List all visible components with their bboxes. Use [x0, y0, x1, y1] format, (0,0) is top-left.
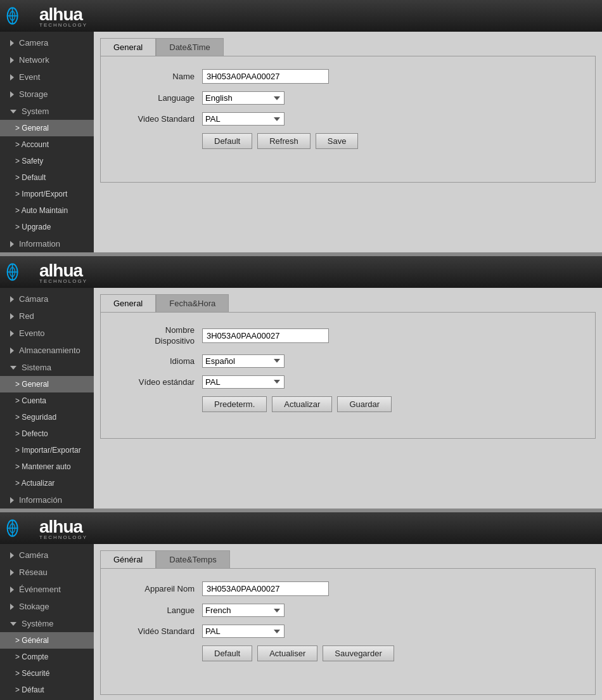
btn-sauvegarder-3[interactable]: Sauvegarder: [323, 645, 394, 661]
sidebar-item-mantenerauto-2[interactable]: > Mantener auto: [0, 458, 94, 475]
sidebar-item-safety-1[interactable]: > Safety: [0, 153, 94, 169]
sidebar-item-informacion-2[interactable]: Información: [0, 491, 94, 509]
sidebar-item-almacenamiento-2[interactable]: Almacenamiento: [0, 342, 94, 359]
sidebar-item-system-1[interactable]: System: [0, 103, 94, 120]
btn-group-3: Default Actualiser Sauvegarder: [202, 645, 582, 661]
logo-3: alhua TECHNOLOGY: [6, 516, 87, 540]
btn-save-1[interactable]: Save: [316, 133, 359, 149]
sidebar-item-seguridad-2[interactable]: > Seguridad: [0, 409, 94, 425]
form-area-1: Name Language English Spanish French Vid…: [100, 56, 596, 183]
select-language-1[interactable]: English Spanish French: [202, 91, 285, 105]
logo-text-2: alhua: [39, 261, 82, 280]
tab-general-3[interactable]: Général: [100, 550, 156, 568]
select-idioma-2[interactable]: Español English French: [202, 354, 285, 368]
btn-default-1[interactable]: Default: [202, 133, 252, 149]
form-row-language-1: Language English Spanish French: [113, 91, 582, 105]
input-nombre-2[interactable]: [202, 328, 329, 343]
input-name-1[interactable]: [202, 69, 329, 84]
triangle-right-icon: [10, 330, 14, 337]
sidebar-item-camera-3[interactable]: Caméra: [0, 547, 94, 564]
btn-predeterm-2[interactable]: Predeterm.: [202, 396, 267, 412]
label-videostandard-3: Vidéo Standard: [113, 626, 202, 636]
triangle-right-icon: [10, 347, 14, 354]
sidebar-item-camara-2[interactable]: Cámara: [0, 290, 94, 308]
sidebar-item-storage-1[interactable]: Storage: [0, 86, 94, 103]
triangle-right-icon: [10, 552, 14, 559]
btn-refresh-1[interactable]: Refresh: [257, 133, 311, 149]
form-row-videostandard-2: Vídeo estándar PAL NTSC: [113, 375, 582, 389]
btn-group-2: Predeterm. Actualizar Guardar: [202, 396, 582, 412]
sidebar-item-red-2[interactable]: Red: [0, 308, 94, 325]
sidebar-item-reseau-3[interactable]: Réseau: [0, 564, 94, 581]
sidebar-item-evenement-3[interactable]: Événement: [0, 581, 94, 598]
form-row-langue-3: Langue French English Spanish: [113, 604, 582, 617]
tab-fechahora-2[interactable]: Fecha&Hora: [156, 294, 229, 312]
tab-bar-3: Général Date&Temps: [100, 550, 596, 568]
sidebar-item-default-1[interactable]: > Default: [0, 169, 94, 186]
triangle-right-icon: [10, 91, 14, 98]
label-language-1: Language: [113, 93, 202, 103]
sidebar-item-securite-3[interactable]: > Sécurité: [0, 665, 94, 682]
sidebar-item-general-3[interactable]: > Général: [0, 632, 94, 649]
main-content-1: General Date&Time Name Language English …: [94, 32, 602, 252]
sidebar-item-evento-2[interactable]: Evento: [0, 325, 94, 342]
label-videostandard-2: Vídeo estándar: [113, 377, 202, 387]
sidebar-item-upgrade-1[interactable]: > Upgrade: [0, 219, 94, 235]
sidebar-item-account-1[interactable]: > Account: [0, 136, 94, 153]
sidebar-item-network-1[interactable]: Network: [0, 51, 94, 68]
label-nombre-2: NombreDispositivo: [113, 325, 202, 347]
sidebar-item-actualizar-2[interactable]: > Actualizar: [0, 475, 94, 491]
sidebar-item-systeme-3[interactable]: Système: [0, 615, 94, 632]
triangle-right-icon: [10, 587, 14, 593]
main-content-2: General Fecha&Hora NombreDispositivo Idi…: [94, 288, 602, 509]
label-videostandard-1: Video Standard: [113, 114, 202, 124]
sidebar-item-compte-3[interactable]: > Compte: [0, 649, 94, 665]
tab-general-1[interactable]: General: [100, 38, 156, 56]
triangle-down-icon: [10, 622, 16, 626]
panel-spanish: alhua TECHNOLOGY Cámara Red Evento Almac…: [0, 256, 602, 510]
tab-datetemps-3[interactable]: Date&Temps: [156, 550, 229, 568]
label-langue-3: Langue: [113, 606, 202, 615]
form-row-idioma-2: Idioma Español English French: [113, 354, 582, 368]
sidebar-item-sistema-2[interactable]: Sistema: [0, 359, 94, 376]
sidebar-item-information-1[interactable]: Information: [0, 235, 94, 252]
btn-actualiser-3[interactable]: Actualiser: [257, 645, 317, 661]
sidebar-item-stokage-3[interactable]: Stokage: [0, 598, 94, 615]
input-appareilnom-3[interactable]: [202, 581, 329, 596]
btn-group-1: Default Refresh Save: [202, 133, 582, 149]
sidebar-item-general-2[interactable]: > General: [0, 376, 94, 392]
sidebar-item-defecto-2[interactable]: > Defecto: [0, 425, 94, 442]
btn-guardar-2[interactable]: Guardar: [337, 396, 392, 412]
label-appareilnom-3: Appareil Nom: [113, 584, 202, 593]
sidebar-item-camera-1[interactable]: Camera: [0, 34, 94, 51]
select-videostandard-1[interactable]: PAL NTSC: [202, 112, 285, 126]
triangle-right-icon: [10, 57, 14, 63]
select-videostandard-2[interactable]: PAL NTSC: [202, 375, 285, 389]
sidebar-item-general-1[interactable]: > General: [0, 120, 94, 136]
btn-default-3[interactable]: Default: [202, 645, 252, 661]
sidebar-item-event-1[interactable]: Event: [0, 68, 94, 86]
sidebar-item-automaintain-1[interactable]: > Auto Maintain: [0, 202, 94, 219]
logo-sub-3: TECHNOLOGY: [39, 535, 87, 540]
panel-english: alhua TECHNOLOGY Camera Network Event St…: [0, 0, 602, 254]
tab-bar-1: General Date&Time: [100, 38, 596, 56]
tab-datetime-1[interactable]: Date&Time: [156, 38, 224, 56]
logo-2: alhua TECHNOLOGY: [6, 260, 87, 284]
sidebar-item-importexport-1[interactable]: > Import/Export: [0, 186, 94, 202]
tab-general-2[interactable]: General: [100, 294, 156, 312]
form-row-videostandard-1: Video Standard PAL NTSC: [113, 112, 582, 126]
sidebar-item-cuenta-2[interactable]: > Cuenta: [0, 392, 94, 409]
select-langue-3[interactable]: French English Spanish: [202, 604, 285, 617]
sidebar-item-defaut-3[interactable]: > Défaut: [0, 682, 94, 698]
triangle-right-icon: [10, 497, 14, 503]
panel-french: alhua TECHNOLOGY Caméra Réseau Événement…: [0, 512, 602, 700]
header-bar-3: alhua TECHNOLOGY: [0, 512, 602, 544]
form-row-videostandard-3: Vidéo Standard PAL NTSC: [113, 625, 582, 638]
btn-actualizar-2[interactable]: Actualizar: [272, 396, 332, 412]
logo-text-3: alhua: [39, 517, 82, 536]
select-videostandard-3[interactable]: PAL NTSC: [202, 625, 285, 638]
triangle-down-icon: [10, 110, 16, 113]
triangle-right-icon: [10, 74, 14, 81]
sidebar-item-importarexportar-2[interactable]: > Importar/Exportar: [0, 442, 94, 458]
logo-sub-1: TECHNOLOGY: [39, 22, 87, 28]
